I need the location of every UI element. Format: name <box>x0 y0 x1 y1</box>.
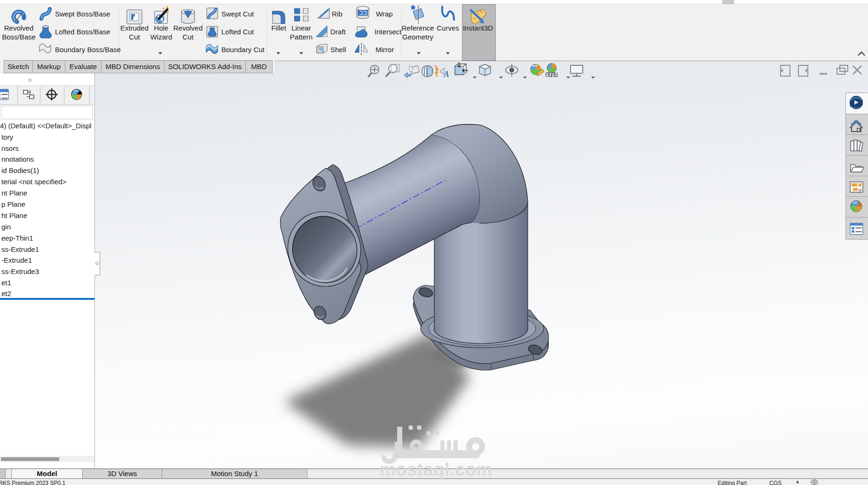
svg-text:A: A <box>443 70 449 79</box>
